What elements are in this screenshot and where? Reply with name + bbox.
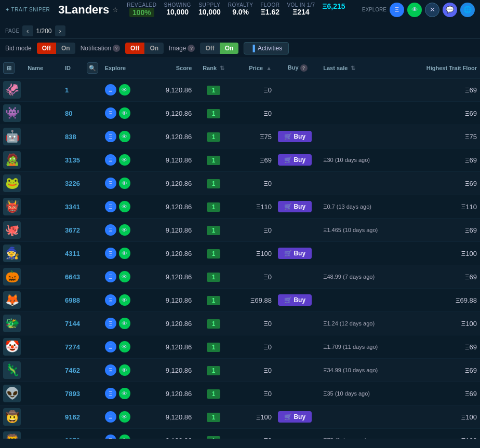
opensea-link-icon[interactable]: Ξ: [105, 364, 116, 376]
buy-button[interactable]: 🛒 Buy: [278, 248, 312, 259]
opensea-link-icon[interactable]: Ξ: [105, 294, 116, 306]
opensea-link-icon[interactable]: Ξ: [105, 84, 116, 96]
nft-score-cell: 9,120.86: [144, 429, 195, 439]
nft-id[interactable]: 9379: [65, 437, 80, 439]
image-toggle-th[interactable]: ⊞: [3, 62, 15, 74]
page-next-button[interactable]: ›: [55, 25, 65, 36]
x2y2-icon[interactable]: ✕: [425, 3, 439, 17]
bid-on-button[interactable]: On: [56, 43, 75, 54]
opensea-link-icon[interactable]: Ξ: [105, 341, 116, 352]
explore-links: Ξ 👁: [105, 201, 141, 212]
favorite-icon[interactable]: ☆: [112, 6, 118, 13]
nft-id[interactable]: 4311: [65, 250, 80, 257]
nft-lastsale-cell: [320, 78, 410, 102]
nft-id[interactable]: 7144: [65, 320, 80, 328]
looksrare-link-icon[interactable]: 👁: [119, 154, 130, 166]
nft-id[interactable]: 3672: [65, 226, 80, 234]
explore-links: Ξ 👁: [105, 248, 141, 259]
rank-badge: 1: [207, 202, 221, 212]
buy-button[interactable]: 🛒 Buy: [278, 294, 312, 306]
nft-id[interactable]: 6988: [65, 296, 80, 304]
nft-explore-cell: Ξ 👁: [102, 219, 144, 242]
looksrare-link-icon[interactable]: 👁: [119, 435, 130, 439]
nft-id[interactable]: 3226: [65, 180, 80, 187]
buy-button[interactable]: 🛒 Buy: [278, 201, 312, 212]
col-header-price[interactable]: Price ▲: [232, 58, 275, 78]
nft-score-cell: 9,120.86: [144, 78, 195, 102]
activities-bar-icon: ▐: [250, 45, 255, 52]
looksrare-icon[interactable]: 👁: [407, 3, 422, 17]
looksrare-link-icon[interactable]: 👁: [119, 364, 130, 376]
looksrare-link-icon[interactable]: 👁: [119, 411, 130, 423]
nft-rank-cell: 1: [195, 172, 232, 195]
looksrare-link-icon[interactable]: 👁: [119, 107, 130, 119]
opensea-link-icon[interactable]: Ξ: [105, 131, 116, 142]
discord-icon[interactable]: 💬: [443, 3, 457, 17]
bid-off-button[interactable]: Off: [37, 43, 56, 54]
nft-name-cell: [24, 429, 62, 439]
looksrare-link-icon[interactable]: 👁: [119, 318, 130, 329]
buy-info-icon[interactable]: ?: [300, 64, 308, 72]
nft-id[interactable]: 3341: [65, 203, 80, 211]
looksrare-link-icon[interactable]: 👁: [119, 294, 130, 306]
looksrare-link-icon[interactable]: 👁: [119, 248, 130, 259]
buy-button[interactable]: 🛒 Buy: [278, 154, 312, 166]
buy-button[interactable]: 🛒 Buy: [278, 411, 312, 423]
website-icon[interactable]: 🌐: [460, 3, 475, 17]
nft-id[interactable]: 7274: [65, 343, 80, 351]
image-info-icon[interactable]: ?: [188, 45, 195, 52]
nft-avatar-cell: 🐸: [0, 172, 24, 195]
table-row: 🐙 3672 Ξ 👁 9,120.86 1 Ξ0 Ξ1.465 (10 days…: [0, 219, 480, 242]
opensea-link-icon[interactable]: Ξ: [105, 154, 116, 166]
nft-rank-cell: 1: [195, 195, 232, 219]
nft-id[interactable]: 3135: [65, 156, 80, 164]
notif-off-button[interactable]: Off: [125, 43, 144, 54]
buy-button[interactable]: 🛒 Buy: [278, 131, 312, 142]
opensea-icon[interactable]: Ξ: [390, 3, 404, 17]
nft-htf-cell: Ξ110: [411, 195, 480, 219]
opensea-link-icon[interactable]: Ξ: [105, 271, 116, 282]
looksrare-link-icon[interactable]: 👁: [119, 388, 130, 399]
col-header-rank[interactable]: Rank ⇅: [195, 58, 232, 78]
nft-id[interactable]: 1: [65, 86, 69, 94]
search-icon[interactable]: 🔍: [87, 62, 98, 74]
opensea-link-icon[interactable]: Ξ: [105, 178, 116, 189]
looksrare-link-icon[interactable]: 👁: [119, 341, 130, 352]
opensea-link-icon[interactable]: Ξ: [105, 318, 116, 329]
looksrare-link-icon[interactable]: 👁: [119, 224, 130, 236]
looksrare-link-icon[interactable]: 👁: [119, 271, 130, 282]
nft-id[interactable]: 80: [65, 110, 72, 117]
opensea-link-icon[interactable]: Ξ: [105, 248, 116, 259]
explore-links: Ξ 👁: [105, 178, 141, 189]
page-prev-button[interactable]: ‹: [22, 25, 33, 36]
nft-rank-cell: 1: [195, 312, 232, 335]
nft-id-cell: 1: [62, 78, 84, 102]
notif-on-button[interactable]: On: [144, 43, 164, 54]
notification-info-icon[interactable]: ?: [113, 45, 120, 52]
looksrare-link-icon[interactable]: 👁: [119, 201, 130, 212]
col-header-lastsale[interactable]: Last sale ⇅: [320, 58, 410, 78]
col-header-name[interactable]: Name: [24, 58, 62, 78]
opensea-link-icon[interactable]: Ξ: [105, 201, 116, 212]
activities-button[interactable]: ▐ Activities: [244, 42, 289, 55]
nft-id[interactable]: 6643: [65, 273, 80, 281]
img-off-button[interactable]: Off: [200, 43, 219, 54]
opensea-link-icon[interactable]: Ξ: [105, 107, 116, 119]
nft-id[interactable]: 7462: [65, 366, 80, 374]
table-row: 🎃 6643 Ξ 👁 9,120.86 1 Ξ0 Ξ48.99 (7 days …: [0, 265, 480, 289]
opensea-link-icon[interactable]: Ξ: [105, 388, 116, 399]
opensea-link-icon[interactable]: Ξ: [105, 411, 116, 423]
opensea-link-icon[interactable]: Ξ: [105, 224, 116, 236]
nft-htf-cell: Ξ69: [411, 148, 480, 172]
nft-id[interactable]: 838: [65, 133, 76, 141]
looksrare-link-icon[interactable]: 👁: [119, 131, 130, 142]
nft-id[interactable]: 9162: [65, 413, 80, 421]
nft-id[interactable]: 7893: [65, 390, 80, 398]
col-header-id[interactable]: ID: [62, 58, 84, 78]
looksrare-link-icon[interactable]: 👁: [119, 84, 130, 96]
img-on-button[interactable]: On: [220, 43, 239, 54]
opensea-link-icon[interactable]: Ξ: [105, 435, 116, 439]
nft-htf-cell: Ξ100: [411, 242, 480, 265]
nft-id-cell: 838: [62, 125, 84, 148]
looksrare-link-icon[interactable]: 👁: [119, 178, 130, 189]
